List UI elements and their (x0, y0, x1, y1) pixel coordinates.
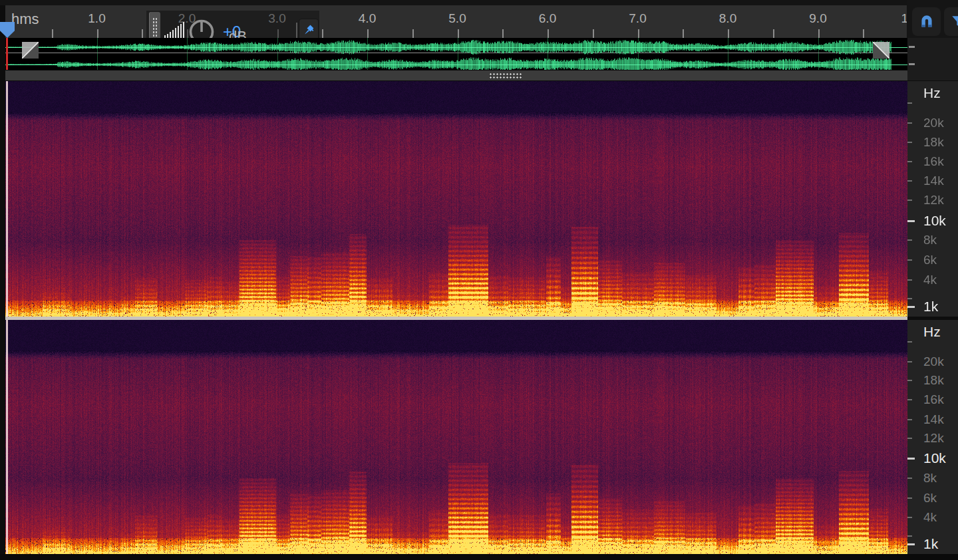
freq-label: 18k (923, 135, 944, 150)
channel-dash (909, 63, 915, 65)
freq-tick (907, 497, 912, 499)
overview-right-panel (907, 38, 958, 80)
freq-tick (907, 239, 912, 241)
freq-tick (907, 361, 912, 362)
freq-label: 10k (923, 213, 946, 229)
fade-out-handle[interactable] (873, 42, 889, 59)
waveform-overview[interactable] (5, 38, 907, 70)
scrollbar-grip-dots (489, 72, 522, 78)
freq-tick (907, 102, 912, 104)
freq-tick (907, 517, 912, 518)
freq-tick (907, 220, 915, 222)
freq-tick (907, 259, 912, 261)
ruler-tick (728, 29, 729, 38)
ruler-tick (458, 29, 459, 38)
freq-label: 8k (923, 233, 937, 247)
spectrogram-left-channel[interactable] (5, 81, 907, 317)
gain-unit: dB (229, 28, 247, 38)
ruler-time-label: 8.0 (719, 11, 736, 26)
ruler-tick (773, 29, 774, 38)
ruler-time-label: 7.0 (629, 11, 646, 26)
overview-playhead-line[interactable] (6, 38, 8, 70)
freq-label: 18k (923, 373, 944, 388)
ruler-time-label: 9.0 (809, 11, 826, 26)
ruler-tick (97, 29, 98, 38)
ruler-time-label: 5.0 (448, 11, 466, 26)
freq-unit-label: Hz (923, 324, 941, 340)
freq-label: 6k (923, 491, 937, 505)
ruler-time-label: 4.0 (359, 11, 376, 26)
freq-label: 14k (923, 412, 944, 427)
freq-label: 4k (923, 510, 937, 525)
horizontal-scrollbar[interactable] (5, 70, 907, 80)
freq-tick (907, 200, 912, 201)
frequency-scale-left: Hz20k18k16k14k12k10k8k6k4k1k (907, 81, 958, 317)
ruler-tick (142, 29, 143, 38)
freq-label: 8k (923, 471, 937, 486)
freq-tick (907, 122, 912, 124)
ruler-tick (683, 29, 684, 38)
grip-dots (152, 17, 157, 37)
freq-tick (907, 478, 912, 479)
pin-icon (303, 24, 315, 36)
timeline-ruler[interactable]: hms 1.02.03.04.05.06.07.08.09.010 +0 dB (5, 5, 907, 38)
ruler-time-label: 10 (901, 11, 907, 26)
freq-tick (907, 543, 915, 545)
snap-toggle-button[interactable] (912, 7, 941, 36)
marker-filter-button[interactable] (944, 7, 958, 36)
freq-tick (907, 298, 912, 299)
freq-label: 4k (923, 273, 937, 287)
gain-knob-icon[interactable] (188, 18, 216, 38)
ruler-time-label: 1.0 (88, 11, 105, 26)
freq-unit-label: Hz (923, 85, 941, 101)
freq-tick (907, 306, 915, 308)
window-top-edge (0, 0, 907, 5)
pin-hud-button[interactable] (299, 19, 319, 38)
freq-label: 10k (923, 450, 946, 466)
fade-in-handle[interactable] (22, 42, 39, 59)
freq-label: 1k (923, 536, 938, 552)
ruler-tick (548, 29, 549, 38)
hud-separator (296, 23, 297, 38)
freq-tick (907, 341, 912, 343)
hud-drag-grip[interactable] (149, 12, 160, 38)
freq-tick (907, 180, 912, 182)
freq-label: 20k (923, 354, 944, 369)
freq-label: 12k (923, 431, 944, 446)
freq-label: 1k (923, 299, 938, 315)
freq-tick (907, 380, 912, 381)
gain-readout[interactable]: +0 dB (223, 23, 241, 38)
ruler-tick (502, 29, 504, 38)
level-meter-icon (164, 22, 187, 38)
frequency-scale-right: Hz20k18k16k14k12k10k8k6k4k1k (907, 320, 958, 554)
freq-tick (907, 438, 912, 439)
ruler-tick (818, 29, 820, 38)
ruler-time-label: 6.0 (539, 11, 556, 26)
overview-waveform-canvas[interactable] (5, 38, 907, 70)
freq-tick (907, 142, 912, 143)
freq-label: 12k (923, 193, 944, 208)
freq-tick (907, 161, 912, 162)
spectrogram-right-channel[interactable] (5, 320, 907, 554)
freq-label: 6k (923, 253, 937, 267)
spectrogram-playhead-line (6, 81, 8, 317)
ruler-tick (52, 29, 53, 38)
freq-tick (907, 458, 915, 460)
freq-label: 16k (923, 154, 944, 169)
ruler-tick (322, 29, 323, 38)
ruler-tick (638, 29, 639, 38)
freq-tick (907, 399, 912, 400)
freq-tick (907, 279, 912, 281)
freq-label: 14k (923, 174, 944, 188)
channel-dash (909, 46, 915, 48)
window-bottom-edge (0, 554, 958, 560)
spectrogram-playhead-line (6, 320, 8, 554)
ruler-tick (863, 29, 864, 38)
freq-label: 16k (923, 392, 944, 407)
freq-label: 20k (923, 116, 944, 130)
ruler-tick (412, 29, 414, 38)
left-gutter (0, 5, 5, 560)
ruler-tick (593, 29, 594, 38)
freq-tick (907, 535, 912, 537)
channel-divider (5, 317, 907, 320)
